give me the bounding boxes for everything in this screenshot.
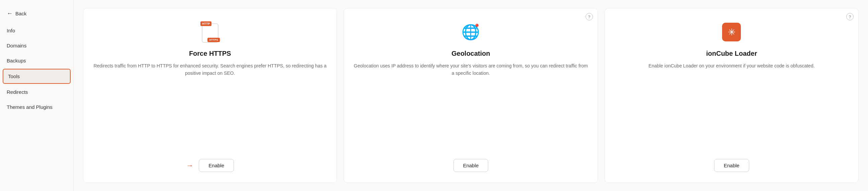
back-button[interactable]: ← Back <box>0 7 73 23</box>
ioncube-icon: ✳ <box>722 23 741 41</box>
force-https-enable-button[interactable]: Enable <box>199 159 234 172</box>
ioncube-card: ? ✳ ionCube Loader Enable ionCube Loader… <box>604 8 859 183</box>
main-content: HTTP HTTPS Force HTTPS Redirects traffic… <box>73 0 868 191</box>
geolocation-enable-button[interactable]: Enable <box>454 159 489 172</box>
ioncube-enable-button[interactable]: Enable <box>714 159 749 172</box>
geolocation-card: ? 🌐 📍 Geolocation Geolocation uses IP ad… <box>344 8 598 183</box>
geolocation-footer: Enable <box>454 159 489 172</box>
sidebar-item-backups[interactable]: Backups <box>0 53 73 68</box>
force-https-footer: → Enable <box>186 159 234 172</box>
force-https-description: Redirects traffic from HTTP to HTTPS for… <box>93 62 327 150</box>
sidebar-item-themes-plugins[interactable]: Themes and Plugins <box>0 100 73 115</box>
sidebar-item-tools[interactable]: Tools <box>3 69 71 84</box>
geolocation-title: Geolocation <box>452 50 490 58</box>
force-https-card: HTTP HTTPS Force HTTPS Redirects traffic… <box>83 8 337 183</box>
ioncube-symbol: ✳ <box>728 27 736 38</box>
ioncube-footer: Enable <box>714 159 749 172</box>
ioncube-help-icon[interactable]: ? <box>846 13 854 21</box>
card-icon-https: HTTP HTTPS <box>200 21 220 44</box>
pin-icon: 📍 <box>473 24 480 31</box>
card-icon-ioncube: ✳ <box>722 21 741 44</box>
sidebar-item-info[interactable]: Info <box>0 23 73 38</box>
arrow-right-icon: → <box>186 161 193 170</box>
ioncube-title: ionCube Loader <box>706 50 757 58</box>
card-icon-geo: 🌐 📍 <box>461 21 480 44</box>
back-label: Back <box>16 11 26 16</box>
geolocation-help-icon[interactable]: ? <box>586 13 593 21</box>
https-file-icon: HTTP HTTPS <box>200 22 220 43</box>
sidebar-item-redirects[interactable]: Redirects <box>0 84 73 100</box>
geolocation-description: Geolocation uses IP address to identify … <box>353 62 588 150</box>
sidebar-item-domains[interactable]: Domains <box>0 38 73 53</box>
sidebar-nav: Info Domains Backups Tools Redirects The… <box>0 23 73 115</box>
back-arrow-icon: ← <box>7 10 13 17</box>
sidebar: ← Back Info Domains Backups Tools Redire… <box>0 0 73 191</box>
globe-pin-icon: 🌐 📍 <box>461 25 480 39</box>
force-https-title: Force HTTPS <box>189 50 231 58</box>
ioncube-description: Enable ionCube Loader on your environmen… <box>649 62 815 150</box>
